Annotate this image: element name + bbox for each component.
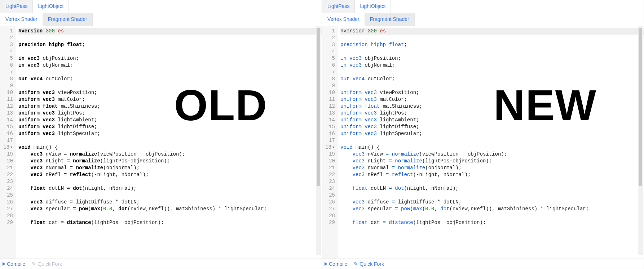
editor-new[interactable]: 123456789101112131415161718 ▾19202122232…	[322, 26, 644, 259]
file-tabs-row: LightPass LightObject	[322, 0, 644, 13]
scrollbar-thumb[interactable]	[317, 28, 320, 186]
scrollbar-vertical[interactable]	[638, 26, 643, 255]
panel-old: LightPass LightObject Vertex Shader Frag…	[0, 0, 322, 269]
compile-button[interactable]: Compile	[325, 261, 347, 267]
compile-label: Compile	[7, 261, 25, 267]
tab-vertex-shader[interactable]: Vertex Shader	[322, 13, 365, 26]
file-tabs-row: LightPass LightObject	[0, 0, 322, 13]
play-icon	[325, 262, 327, 266]
tab-lightpass[interactable]: LightPass	[0, 0, 33, 13]
tab-lightobject[interactable]: LightObject	[33, 0, 69, 13]
pencil-icon	[354, 261, 358, 267]
tab-lightpass[interactable]: LightPass	[322, 0, 355, 13]
panel-new: LightPass LightObject Vertex Shader Frag…	[322, 0, 644, 269]
quick-fork-label: Quick Fork	[360, 261, 384, 267]
compile-label: Compile	[329, 261, 347, 267]
pencil-icon	[32, 261, 36, 267]
compile-button[interactable]: Compile	[3, 261, 25, 267]
tab-lightobject[interactable]: LightObject	[355, 0, 391, 13]
editor-old[interactable]: 123456789101112131415161718 ▾19202122232…	[0, 26, 322, 259]
quick-fork-label: Quick Fork	[38, 261, 62, 267]
quick-fork-button[interactable]: Quick Fork	[32, 261, 62, 267]
bottom-bar: Compile Quick Fork	[0, 259, 322, 269]
scrollbar-thumb[interactable]	[639, 28, 642, 186]
line-gutter: 123456789101112131415161718 ▾19202122232…	[322, 26, 338, 259]
shader-tabs-row: Vertex Shader Fragment Shader	[322, 13, 644, 26]
tab-vertex-shader[interactable]: Vertex Shader	[0, 13, 43, 26]
tab-fragment-shader[interactable]: Fragment Shader	[365, 13, 415, 26]
app-container: LightPass LightObject Vertex Shader Frag…	[0, 0, 644, 269]
quick-fork-button[interactable]: Quick Fork	[354, 261, 384, 267]
code-area[interactable]: #version 300 es precision highp float; i…	[16, 26, 322, 259]
code-area[interactable]: #version 300 es precision highp float; i…	[338, 26, 644, 259]
bottom-bar: Compile Quick Fork	[322, 259, 644, 269]
scrollbar-vertical[interactable]	[316, 26, 321, 255]
shader-tabs-row: Vertex Shader Fragment Shader	[0, 13, 322, 26]
play-icon	[3, 262, 5, 266]
line-gutter: 123456789101112131415161718 ▾19202122232…	[0, 26, 16, 259]
tab-fragment-shader[interactable]: Fragment Shader	[43, 13, 93, 26]
